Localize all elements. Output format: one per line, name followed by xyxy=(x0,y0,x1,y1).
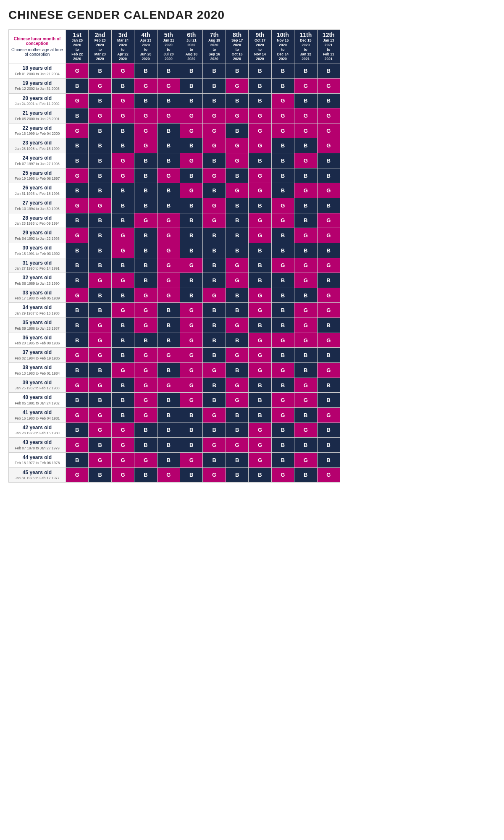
cell-r27-c3: B xyxy=(134,467,157,483)
cell-r15-c5: B xyxy=(180,288,203,303)
cell-r1-c2: B xyxy=(111,78,134,93)
cell-r11-c10: G xyxy=(294,228,317,243)
cell-r5-c11: G xyxy=(317,138,340,153)
cell-r16-c11: G xyxy=(317,303,340,318)
cell-r25-c6: G xyxy=(203,438,226,453)
cell-r16-c2: G xyxy=(111,303,134,318)
cell-r14-c9: B xyxy=(271,273,294,288)
cell-r8-c3: B xyxy=(134,183,157,198)
cell-r13-c5: G xyxy=(180,258,203,273)
cell-r14-c6: B xyxy=(203,273,226,288)
age-label-18: 36 years oldFeb 20 1985 to Feb 08 1986 xyxy=(9,333,66,348)
cell-r7-c7: B xyxy=(226,168,248,183)
cell-r0-c2: G xyxy=(111,63,134,79)
cell-r7-c4: G xyxy=(157,168,180,183)
cell-r10-c6: G xyxy=(203,213,226,228)
cell-r6-c5: G xyxy=(180,153,203,168)
cell-r2-c6: B xyxy=(203,93,226,108)
cell-r9-c3: B xyxy=(134,198,157,213)
month-header-9: 9thOct 172020toNov 142020 xyxy=(249,30,271,63)
cell-r8-c10: G xyxy=(294,183,317,198)
cell-r17-c10: G xyxy=(294,318,317,333)
cell-r26-c10: G xyxy=(294,452,317,467)
cell-r22-c6: B xyxy=(203,393,226,408)
cell-r0-c7: B xyxy=(226,63,248,79)
cell-r25-c10: B xyxy=(294,438,317,453)
cell-r16-c3: G xyxy=(134,303,157,318)
cell-r2-c11: B xyxy=(317,93,340,108)
cell-r19-c4: G xyxy=(157,348,180,363)
cell-r16-c10: G xyxy=(294,303,317,318)
cell-r10-c8: G xyxy=(249,213,271,228)
age-label-9: 27 years oldFeb 10 1994 to Jan 30 1995 xyxy=(9,198,66,213)
cell-r21-c2: B xyxy=(111,378,134,393)
cell-r2-c0: G xyxy=(66,93,89,108)
cell-r23-c4: B xyxy=(157,407,180,423)
cell-r26-c5: G xyxy=(180,452,203,467)
age-label-23: 41 years oldFeb 16 1980 to Feb 04 1981 xyxy=(9,407,66,423)
cell-r22-c7: G xyxy=(226,393,248,408)
cell-r7-c11: B xyxy=(317,168,340,183)
cell-r5-c2: B xyxy=(111,138,134,153)
cell-r10-c5: B xyxy=(180,213,203,228)
cell-r11-c8: G xyxy=(249,228,271,243)
cell-r6-c8: B xyxy=(249,153,271,168)
cell-r9-c8: B xyxy=(249,198,271,213)
cell-r25-c1: B xyxy=(89,438,111,453)
cell-r19-c8: G xyxy=(249,348,271,363)
month-header-6: 6thJul 212020toAug 182020 xyxy=(180,30,203,63)
cell-r12-c11: B xyxy=(317,243,340,258)
header-line2: Chinese mother age at time of conception xyxy=(10,47,64,57)
cell-r10-c3: G xyxy=(134,213,157,228)
cell-r8-c2: B xyxy=(111,183,134,198)
cell-r0-c8: B xyxy=(249,63,271,79)
cell-r24-c4: B xyxy=(157,423,180,438)
month-header-8: 8thSep 172020toOct 162020 xyxy=(226,30,248,63)
cell-r4-c6: G xyxy=(203,123,226,138)
cell-r19-c11: B xyxy=(317,348,340,363)
table-row: 26 years oldJan 31 1995 to Feb 18 1996BB… xyxy=(9,183,340,198)
cell-r14-c7: G xyxy=(226,273,248,288)
cell-r15-c9: B xyxy=(271,288,294,303)
cell-r8-c9: B xyxy=(271,183,294,198)
table-row: 33 years oldFeb 17 1988 to Feb 05 1989GB… xyxy=(9,288,340,303)
cell-r8-c1: B xyxy=(89,183,111,198)
cell-r5-c6: G xyxy=(203,138,226,153)
cell-r12-c8: B xyxy=(249,243,271,258)
cell-r14-c3: B xyxy=(134,273,157,288)
cell-r16-c7: B xyxy=(226,303,248,318)
cell-r17-c1: G xyxy=(89,318,111,333)
page-title: CHINESE GENDER CALENDAR 2020 xyxy=(8,8,340,22)
cell-r7-c6: G xyxy=(203,168,226,183)
age-label-15: 33 years oldFeb 17 1988 to Feb 05 1989 xyxy=(9,288,66,303)
cell-r18-c3: B xyxy=(134,333,157,348)
cell-r13-c0: B xyxy=(66,258,89,273)
cell-r19-c2: B xyxy=(111,348,134,363)
cell-r4-c11: G xyxy=(317,123,340,138)
table-row: 21 years oldFeb 05 2000 to Jan 23 2001BG… xyxy=(9,108,340,123)
cell-r2-c3: B xyxy=(134,93,157,108)
table-row: 19 years oldFeb 12 2002 to Jan 31 2003BG… xyxy=(9,78,340,93)
cell-r0-c10: B xyxy=(294,63,317,79)
cell-r22-c5: G xyxy=(180,393,203,408)
cell-r25-c5: B xyxy=(180,438,203,453)
cell-r4-c0: G xyxy=(66,123,89,138)
age-label-4: 22 years oldFeb 16 1999 to Feb 04 2000 xyxy=(9,123,66,138)
cell-r3-c3: G xyxy=(134,108,157,123)
cell-r4-c10: G xyxy=(294,123,317,138)
cell-r11-c3: B xyxy=(134,228,157,243)
cell-r19-c1: G xyxy=(89,348,111,363)
cell-r15-c10: B xyxy=(294,288,317,303)
cell-r26-c7: B xyxy=(226,452,248,467)
cell-r16-c5: G xyxy=(180,303,203,318)
cell-r14-c0: B xyxy=(66,273,89,288)
cell-r18-c8: G xyxy=(249,333,271,348)
cell-r26-c4: B xyxy=(157,452,180,467)
cell-r20-c8: G xyxy=(249,363,271,378)
cell-r17-c2: B xyxy=(111,318,134,333)
cell-r6-c7: G xyxy=(226,153,248,168)
cell-r6-c11: B xyxy=(317,153,340,168)
cell-r21-c9: B xyxy=(271,378,294,393)
table-row: 41 years oldFeb 16 1980 to Feb 04 1981GG… xyxy=(9,407,340,423)
cell-r26-c6: B xyxy=(203,452,226,467)
